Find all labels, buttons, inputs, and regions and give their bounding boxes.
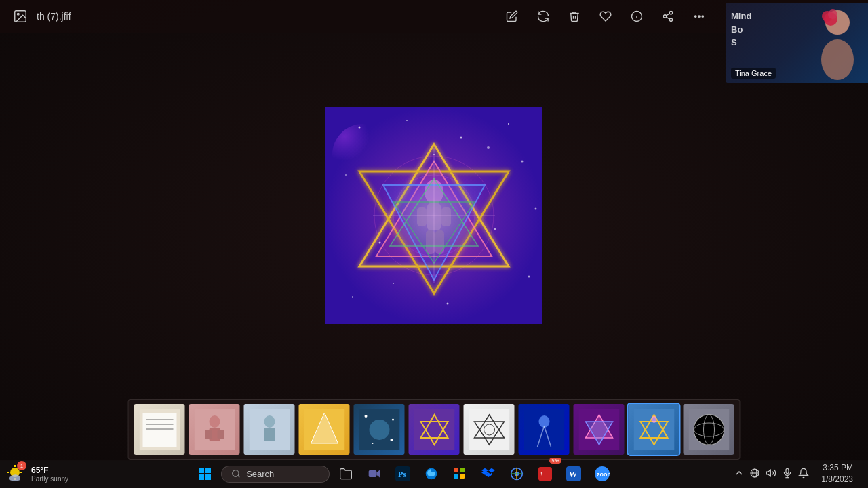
svg-point-32 [460,137,462,139]
svg-rect-64 [142,413,176,447]
thumbnail-3[interactable] [244,404,295,455]
thumbnail-11[interactable] [684,404,734,455]
notification-icon: ! [538,467,552,481]
edit-button[interactable] [502,7,521,26]
svg-point-42 [487,146,490,149]
svg-point-12 [702,16,703,17]
svg-rect-71 [205,430,212,439]
thumbnail-9[interactable] [574,404,625,455]
svg-text:!: ! [540,470,543,478]
svg-rect-75 [264,428,275,441]
weather-temperature: 65°F [31,466,68,475]
thumbnail-10[interactable] [629,404,679,455]
edge-icon [425,467,438,481]
weather-icon-container[interactable]: 1 [5,463,24,485]
weather-description: Partly sunny [31,475,68,483]
svg-point-62 [332,124,393,185]
svg-rect-124 [460,468,465,472]
thumb-inner-1 [134,404,185,455]
svg-rect-112 [199,468,204,473]
thumb-inner-7 [464,404,515,455]
thumbnail-7[interactable] [464,404,515,455]
store-button[interactable] [448,462,472,486]
file-explorer-button[interactable] [334,462,358,486]
svg-text:W: W [569,470,577,479]
svg-marker-128 [488,468,495,473]
thumb-inner-10 [629,404,679,455]
svg-point-10 [695,16,696,17]
system-tray [729,468,814,481]
thumbnail-2[interactable] [189,404,240,455]
notification-bell-icon[interactable] [798,468,809,481]
browser-icon [510,467,524,481]
info-button[interactable] [627,7,646,26]
zoom-button[interactable]: zoom [590,462,614,486]
share-button[interactable] [658,7,677,26]
svg-point-28 [828,9,837,19]
svg-point-11 [698,16,700,17]
thumbnail-8[interactable] [519,404,570,455]
svg-point-39 [352,296,353,298]
more-button[interactable] [690,7,709,26]
svg-point-80 [364,415,367,418]
photoshop-button[interactable]: Ps [391,462,415,486]
browser-button[interactable] [505,462,529,486]
taskbar-center: Search Ps [78,462,729,486]
svg-point-40 [447,303,449,305]
word-button[interactable]: W [561,462,586,486]
taskbar: 1 65°F Partly sunny Search [0,460,868,488]
main-image-container [326,107,542,324]
thumbnail-5[interactable] [354,404,405,455]
svg-point-44 [535,208,537,210]
zoom-icon: zoom [595,466,610,481]
svg-point-7 [669,18,673,22]
favorite-button[interactable] [596,7,615,26]
weather-notification-badge: 1 [17,461,26,470]
clock-date: 1/8/2023 [821,474,853,485]
start-button[interactable] [193,462,217,486]
svg-point-37 [494,228,496,230]
svg-point-74 [264,415,275,428]
svg-line-8 [666,17,669,19]
volume-icon[interactable] [766,468,776,481]
svg-point-69 [209,415,220,428]
app-icon [11,7,30,26]
main-image [326,107,542,324]
weather-widget: 65°F Partly sunny [27,466,73,483]
svg-rect-115 [205,474,211,480]
svg-point-104 [694,415,724,445]
thumb-inner-5 [354,404,405,455]
svg-rect-113 [205,468,211,473]
tray-expand-button[interactable] [734,468,744,480]
rotate-button[interactable] [534,7,553,26]
word-icon: W [566,466,581,481]
svg-rect-144 [786,468,789,473]
delete-button[interactable] [565,7,584,26]
network-icon[interactable] [749,468,760,481]
svg-point-6 [663,15,667,18]
store-icon [453,467,467,481]
thumbnail-6[interactable] [409,404,460,455]
edge-button[interactable] [419,462,443,486]
svg-point-41 [393,283,394,284]
thumbnail-4[interactable] [299,404,350,455]
teams-button[interactable] [362,462,387,486]
svg-rect-126 [460,474,465,479]
filename-label: th (7).jfif [37,11,502,22]
svg-point-5 [669,12,673,15]
pip-person [793,3,861,83]
taskbar-left: 1 65°F Partly sunny [5,463,78,485]
svg-text:Ps: Ps [398,470,406,479]
thumbnail-strip [128,399,741,460]
svg-point-116 [233,470,239,476]
svg-point-101 [651,416,656,423]
svg-point-25 [821,39,854,80]
svg-point-31 [406,120,408,121]
search-bar[interactable]: Search [221,466,330,483]
dropbox-button[interactable] [476,462,500,486]
clock[interactable]: 3:35 PM 1/8/2023 [817,462,857,485]
svg-rect-114 [199,474,204,480]
mic-icon[interactable] [782,468,793,481]
thumbnail-1[interactable] [134,404,185,455]
notification-app-button[interactable]: ! [533,462,557,486]
